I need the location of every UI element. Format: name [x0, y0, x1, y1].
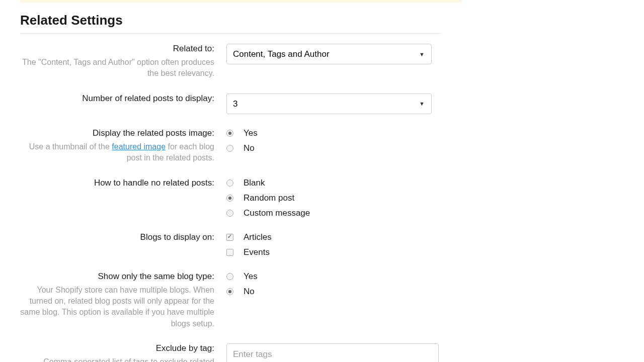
no-related-custom-radio[interactable] — [226, 210, 233, 217]
exclude-tag-label: Exclude by tag: — [20, 343, 214, 353]
display-image-row: Display the related posts image: Use a t… — [20, 128, 462, 164]
no-related-blank-radio[interactable] — [226, 179, 233, 187]
no-related-row: How to handle no related posts: Blank Ra… — [20, 178, 462, 218]
same-blog-label: Show only the same blog type: — [20, 272, 214, 282]
no-related-random-option[interactable]: Random post — [226, 193, 462, 203]
num-posts-label: Number of related posts to display: — [20, 94, 214, 104]
related-to-label: Related to: — [20, 44, 214, 54]
display-image-yes-radio[interactable] — [226, 130, 233, 137]
exclude-tag-description: Comma-seperated list of tags to exclude … — [20, 356, 214, 362]
no-related-random-radio[interactable] — [226, 195, 233, 202]
same-blog-yes-radio[interactable] — [226, 273, 233, 280]
related-to-row: Related to: The "Content, Tags and Autho… — [20, 44, 462, 79]
display-image-no-option[interactable]: No — [226, 143, 462, 153]
exclude-tag-row: Exclude by tag: Comma-seperated list of … — [20, 343, 462, 362]
exclude-tag-input[interactable] — [226, 343, 439, 362]
display-image-yes-option[interactable]: Yes — [226, 128, 462, 138]
num-posts-row: Number of related posts to display: 3 ▼ — [20, 94, 462, 114]
featured-image-link[interactable]: featured image — [112, 142, 166, 151]
blogs-articles-option[interactable]: Articles — [226, 232, 462, 242]
blogs-display-row: Blogs to display on: Articles Events — [20, 232, 462, 257]
same-blog-yes-option[interactable]: Yes — [226, 272, 462, 282]
related-to-description: The "Content, Tags and Author" option of… — [20, 57, 214, 79]
display-image-label: Display the related posts image: — [20, 128, 214, 138]
no-related-blank-option[interactable]: Blank — [226, 178, 462, 188]
blogs-articles-checkbox[interactable] — [226, 234, 233, 241]
no-related-label: How to handle no related posts: — [20, 178, 214, 188]
blogs-events-checkbox[interactable] — [226, 249, 233, 256]
blogs-display-label: Blogs to display on: — [20, 232, 214, 242]
same-blog-row: Show only the same blog type: Your Shopi… — [20, 272, 462, 330]
num-posts-select[interactable]: 3 — [226, 94, 432, 114]
blogs-events-option[interactable]: Events — [226, 247, 462, 257]
display-image-no-radio[interactable] — [226, 145, 233, 152]
settings-container: Related Settings Related to: The "Conten… — [20, 13, 462, 362]
same-blog-no-option[interactable]: No — [226, 287, 462, 297]
related-to-select[interactable]: Content, Tags and Author — [226, 44, 432, 64]
section-title: Related Settings — [20, 13, 442, 34]
display-image-description: Use a thumbnail of the featured image fo… — [20, 141, 214, 164]
same-blog-no-radio[interactable] — [226, 288, 233, 295]
no-related-custom-option[interactable]: Custom message — [226, 208, 462, 218]
same-blog-description: Your Shopify store can have multiple blo… — [20, 285, 214, 330]
notification-bar — [20, 0, 462, 3]
